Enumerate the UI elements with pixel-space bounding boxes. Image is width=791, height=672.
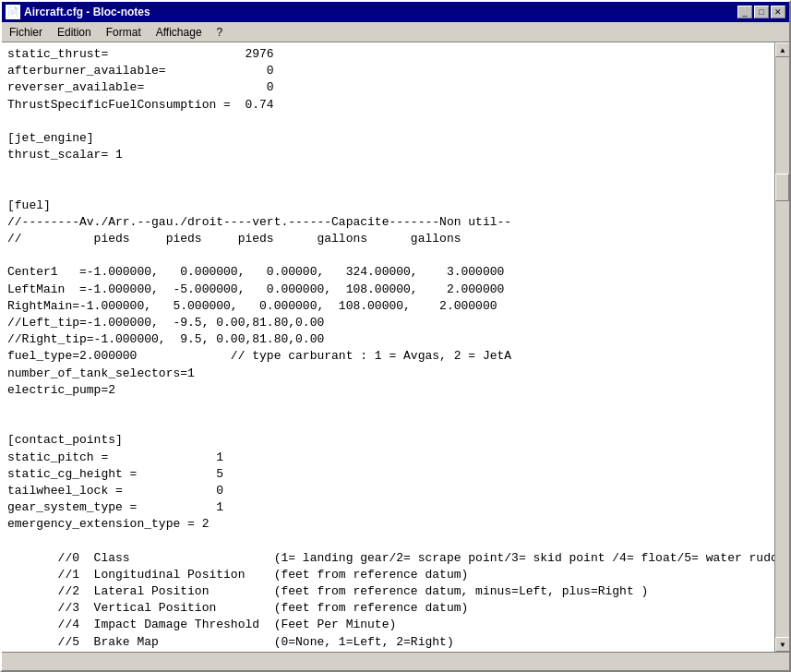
title-bar: 📄 Aircraft.cfg - Bloc-notes _ □ ✕ xyxy=(2,2,789,22)
main-window: 📄 Aircraft.cfg - Bloc-notes _ □ ✕ Fichie… xyxy=(0,0,791,672)
window-title: Aircraft.cfg - Bloc-notes xyxy=(24,6,150,18)
menu-affichage[interactable]: Affichage xyxy=(149,24,210,41)
text-editor[interactable]: static_thrust= 2976 afterburner_availabl… xyxy=(2,42,774,652)
menu-bar: Fichier Edition Format Affichage ? xyxy=(2,22,789,42)
scroll-thumb[interactable] xyxy=(775,174,789,201)
menu-fichier[interactable]: Fichier xyxy=(2,24,50,41)
menu-format[interactable]: Format xyxy=(99,24,149,41)
menu-help[interactable]: ? xyxy=(210,24,231,41)
app-icon: 📄 xyxy=(6,5,20,19)
vertical-scrollbar: ▲ ▼ xyxy=(774,42,789,652)
scroll-up-button[interactable]: ▲ xyxy=(775,42,789,57)
minimize-button[interactable]: _ xyxy=(737,6,752,18)
close-button[interactable]: ✕ xyxy=(771,6,785,18)
status-bar xyxy=(2,652,789,670)
title-bar-buttons: _ □ ✕ xyxy=(737,6,785,18)
scroll-track[interactable] xyxy=(775,57,789,637)
scroll-down-button[interactable]: ▼ xyxy=(775,637,789,652)
menu-edition[interactable]: Edition xyxy=(50,24,99,41)
content-area: static_thrust= 2976 afterburner_availabl… xyxy=(2,42,789,652)
maximize-button[interactable]: □ xyxy=(754,6,769,18)
title-bar-left: 📄 Aircraft.cfg - Bloc-notes xyxy=(6,5,150,19)
